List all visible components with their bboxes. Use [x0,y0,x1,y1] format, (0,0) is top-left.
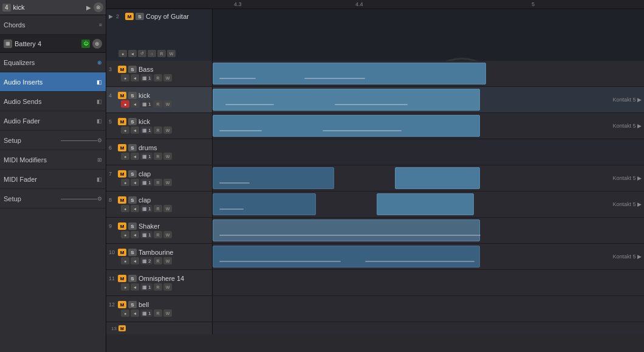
track-10-r-btn[interactable]: R [154,257,162,264]
track-4-num-ctrl[interactable]: ▦ 1 [140,100,152,108]
sidebar-item-audio-inserts[interactable]: Audio Inserts ◧ [0,72,106,92]
track-4-mute-btn[interactable]: M [118,92,126,99]
track-2-w-btn[interactable]: W [167,50,176,57]
track-9-num-ctrl[interactable]: ▦ 1 [140,231,152,238]
setup2-gear[interactable]: ⚙ [97,196,102,202]
track-3-back-btn[interactable]: ◄ [131,74,139,81]
track-6-solo-btn[interactable]: S [128,144,137,151]
sidebar-item-audio-fader[interactable]: Audio Fader ◧ [0,111,106,131]
clip-8[interactable] [213,193,316,215]
track-2-mute-btn[interactable]: M [125,13,134,20]
track-7-mute-btn[interactable]: M [118,170,126,178]
battery4-row[interactable]: ▦ Battery 4 ⏻ ⊗ [0,35,106,53]
track-content-2[interactable]: 11 - Bat... × ⏻ ⊞ ◀▶ ▷ [213,9,644,61]
track-10-solo-btn[interactable]: S [128,249,137,256]
track-content-3[interactable] [213,61,644,86]
track-11-w-btn[interactable]: W [163,283,172,291]
track-6-num-ctrl[interactable]: ▦ 1 [140,153,152,160]
track-5-back-btn[interactable]: ◄ [131,126,139,134]
track-5-solo-btn[interactable]: S [128,118,137,125]
track-8-mute-btn[interactable]: M [118,196,126,204]
clip-7b[interactable] [395,167,480,189]
track-12-r-btn[interactable]: R [154,309,162,317]
track-2-record-btn[interactable]: ● [118,50,127,57]
track-content-4[interactable]: Kontakt 5 ▶ [213,87,644,112]
track-5-r-btn[interactable]: R [154,126,162,134]
clip-10[interactable] [213,246,480,267]
track-3-mute-btn[interactable]: M [118,66,126,73]
track-8-back-btn[interactable]: ◄ [131,205,139,212]
sidebar-item-midi-fader[interactable]: MIDI Fader ◧ [0,170,106,189]
track-10-w-btn[interactable]: W [163,257,172,264]
track-9-w-btn[interactable]: W [163,231,172,238]
track-5-num-ctrl[interactable]: ▦ 1 [140,126,152,134]
track-9-back-btn[interactable]: ◄ [131,231,139,238]
track-8-r-btn[interactable]: R [154,205,162,212]
track-11-back-btn[interactable]: ◄ [131,283,139,291]
track-3-w-btn[interactable]: W [163,74,172,81]
track-12-num-ctrl[interactable]: ▦ 1 [140,309,152,317]
track-content-13[interactable] [213,322,644,334]
track-11-mute-btn[interactable]: M [118,275,126,282]
track-10-num-ctrl[interactable]: ▦ 2 [140,257,152,264]
track-3-r-btn[interactable]: R [154,74,162,81]
track-3-record-btn[interactable]: ● [121,74,129,81]
track-5-mute-btn[interactable]: M [118,118,126,125]
track-12-solo-btn[interactable]: S [128,301,137,308]
track-2-r-btn[interactable]: R [157,50,166,57]
track-4-record-btn[interactable]: ● [121,100,129,108]
track-content-12[interactable] [213,296,644,322]
track-9-r-btn[interactable]: R [154,231,162,238]
track-7-solo-btn[interactable]: S [128,170,137,178]
track-11-record-btn[interactable]: ● [121,283,129,291]
track-9-mute-btn[interactable]: M [118,223,126,230]
track-content-11[interactable] [213,270,644,295]
sidebar-item-equalizers[interactable]: Equalizers ⊕ [0,53,106,72]
track-content-10[interactable]: Kontakt 5 ▶ [213,244,644,269]
track-12-mute-btn[interactable]: M [118,301,126,308]
clip-5[interactable] [213,115,480,137]
track-4-r-btn[interactable]: R [154,100,162,108]
track-6-r-btn[interactable]: R [154,153,162,160]
track-7-r-btn[interactable]: R [154,179,162,186]
clip-8b[interactable] [377,193,474,215]
top-track-arrow[interactable]: ▶ [86,4,91,11]
track-content-5[interactable]: Kontakt 5 ▶ [213,113,644,139]
track-7-num-ctrl[interactable]: ▦ 1 [140,179,152,186]
clip-4[interactable] [213,89,480,111]
sidebar-item-setup1[interactable]: Setup —————— ⚙ [0,131,106,150]
track-12-back-btn[interactable]: ◄ [131,309,139,317]
track-9-record-btn[interactable]: ● [121,231,129,238]
track-10-mute-btn[interactable]: M [118,249,126,256]
sidebar-item-setup2[interactable]: Setup —————— ⚙ [0,189,106,209]
track-7-record-btn[interactable]: ● [121,179,129,186]
track-6-record-btn[interactable]: ● [121,153,129,160]
track-11-solo-btn[interactable]: S [128,275,137,282]
track-10-back-btn[interactable]: ◄ [131,257,139,264]
track-2-null-btn[interactable]: ○ [148,50,156,57]
track-13-m-btn[interactable]: M [118,325,126,331]
track-8-num-ctrl[interactable]: ▦ 1 [140,205,152,212]
clip-9[interactable] [213,219,480,241]
track-8-w-btn[interactable]: W [163,205,172,212]
track-content-6[interactable] [213,139,644,165]
track-10-record-btn[interactable]: ● [121,257,129,264]
track-4-solo-btn[interactable]: S [128,92,137,99]
track-12-w-btn[interactable]: W [163,309,172,317]
track-4-back-btn[interactable]: ◄ [131,100,139,108]
track-content-9[interactable] [213,218,644,243]
track-4-w-btn[interactable]: W [163,100,172,108]
track-6-back-btn[interactable]: ◄ [131,153,139,160]
battery4-bypass[interactable]: ⊗ [92,39,102,49]
track-content-8[interactable]: Kontakt 5 ▶ [213,192,644,217]
track-3-solo-btn[interactable]: S [128,66,137,73]
track-12-record-btn[interactable]: ● [121,309,129,317]
track-2-loop-btn[interactable]: ↺ [138,50,146,57]
sidebar-item-midi-modifiers[interactable]: MIDI Modifiers ⊞ [0,150,106,170]
track-5-record-btn[interactable]: ● [121,126,129,134]
track-11-num-ctrl[interactable]: ▦ 1 [140,283,152,291]
sidebar-item-audio-sends[interactable]: Audio Sends ◧ [0,92,106,111]
track-3-num-ctrl[interactable]: ▦ 1 [140,74,152,81]
track-8-solo-btn[interactable]: S [128,196,137,204]
track-11-r-btn[interactable]: R [154,283,162,291]
